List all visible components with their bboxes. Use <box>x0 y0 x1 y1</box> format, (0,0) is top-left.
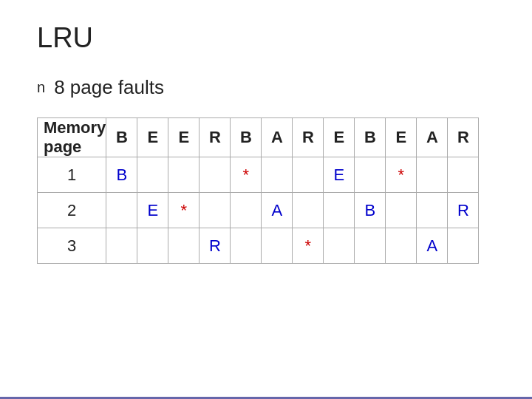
col-header-6: R <box>293 118 324 157</box>
cell-r2-c5 <box>262 228 293 264</box>
cell-r0-c3 <box>200 157 231 193</box>
page-container: LRU n 8 page faults Memory page B E E R … <box>0 0 532 399</box>
cell-r1-c0 <box>106 193 137 228</box>
faults-text: 8 page faults <box>54 76 164 99</box>
cell-r0-c0: B <box>106 157 137 193</box>
cell-r0-c5 <box>262 157 293 193</box>
cell-r2-c8 <box>355 228 386 264</box>
cell-r2-c10: A <box>417 228 448 264</box>
cell-r2-c1 <box>137 228 168 264</box>
lru-table: Memory page B E E R B A R E B E A R 1B*E… <box>37 117 479 264</box>
bullet-icon: n <box>37 79 45 96</box>
table-row: 2E*ABR <box>38 193 479 228</box>
col-header-8: B <box>355 118 386 157</box>
table-row: 3R*A <box>38 228 479 264</box>
cell-r1-c9 <box>386 193 417 228</box>
cell-r1-c6 <box>293 193 324 228</box>
cell-r1-c3 <box>200 193 231 228</box>
cell-r1-c10 <box>417 193 448 228</box>
cell-r2-c9 <box>386 228 417 264</box>
table-header-row: Memory page B E E R B A R E B E A R <box>38 118 479 157</box>
col-header-7: E <box>324 118 355 157</box>
cell-r0-c7: E <box>324 157 355 193</box>
col-header-5: A <box>262 118 293 157</box>
cell-r2-c7 <box>324 228 355 264</box>
row-label-1: 2 <box>38 193 106 228</box>
cell-r0-c4: * <box>231 157 262 193</box>
cell-r0-c9: * <box>386 157 417 193</box>
bullet-row: n 8 page faults <box>37 76 502 99</box>
page-title: LRU <box>37 22 502 54</box>
col-header-4: B <box>231 118 262 157</box>
cell-r0-c10 <box>417 157 448 193</box>
cell-r1-c7 <box>324 193 355 228</box>
cell-r2-c2 <box>168 228 200 264</box>
cell-r1-c4 <box>231 193 262 228</box>
col-header-11: R <box>448 118 479 157</box>
row-label-0: 1 <box>38 157 106 193</box>
cell-r0-c8 <box>355 157 386 193</box>
row-label-2: 3 <box>38 228 106 264</box>
cell-r1-c5: A <box>262 193 293 228</box>
cell-r0-c6 <box>293 157 324 193</box>
cell-r0-c11 <box>448 157 479 193</box>
cell-r2-c4 <box>231 228 262 264</box>
cell-r0-c2 <box>168 157 200 193</box>
cell-r1-c8: B <box>355 193 386 228</box>
cell-r1-c11: R <box>448 193 479 228</box>
col-header-2: E <box>168 118 200 157</box>
col-header-0: B <box>106 118 137 157</box>
cell-r1-c1: E <box>137 193 168 228</box>
table-row: 1B*E* <box>38 157 479 193</box>
table-header-label: Memory page <box>38 118 106 157</box>
cell-r1-c2: * <box>168 193 200 228</box>
cell-r0-c1 <box>137 157 168 193</box>
col-header-10: A <box>417 118 448 157</box>
cell-r2-c0 <box>106 228 137 264</box>
col-header-3: R <box>200 118 231 157</box>
cell-r2-c6: * <box>293 228 324 264</box>
table-wrapper: Memory page B E E R B A R E B E A R 1B*E… <box>37 117 502 264</box>
cell-r2-c11 <box>448 228 479 264</box>
col-header-9: E <box>386 118 417 157</box>
cell-r2-c3: R <box>200 228 231 264</box>
col-header-1: E <box>137 118 168 157</box>
